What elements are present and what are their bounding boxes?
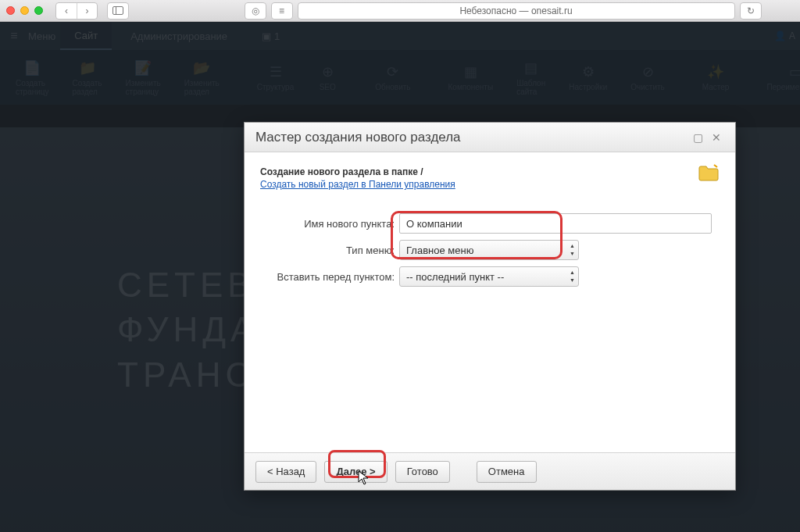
- traffic-lights: [6, 6, 43, 15]
- cancel-button[interactable]: Отмена: [477, 461, 537, 483]
- close-window-icon[interactable]: [6, 6, 15, 15]
- reader-icon[interactable]: ≡: [271, 2, 293, 20]
- minimize-window-icon[interactable]: [20, 6, 29, 15]
- control-panel-link[interactable]: Создать новый раздел в Панели управления: [260, 179, 455, 190]
- done-button[interactable]: Готово: [395, 461, 450, 483]
- row-menu-type: Тип меню: Главное меню ▲▼: [260, 240, 720, 260]
- select-insert-before[interactable]: -- последний пункт -- ▲▼: [399, 266, 579, 287]
- modal-titlebar: Мастер создания нового раздела ▢ ✕: [245, 123, 735, 152]
- close-icon[interactable]: ✕: [709, 130, 724, 145]
- row-item-name: Имя нового пункта:: [260, 213, 720, 234]
- label-menu-type: Тип меню:: [260, 245, 399, 256]
- row-insert-before: Вставить перед пунктом: -- последний пун…: [260, 266, 720, 287]
- back-button[interactable]: < Назад: [255, 461, 316, 483]
- wizard-modal: Мастер создания нового раздела ▢ ✕ Созда…: [244, 122, 736, 491]
- nav-back-forward: ‹ ›: [55, 2, 98, 20]
- label-item-name: Имя нового пункта:: [260, 218, 399, 230]
- address-text: Небезопасно — onesait.ru: [459, 5, 572, 16]
- input-item-name[interactable]: [399, 213, 712, 234]
- modal-title: Мастер создания нового раздела: [255, 130, 687, 145]
- chevron-updown-icon: ▲▼: [570, 242, 575, 258]
- fullscreen-window-icon[interactable]: [34, 6, 43, 15]
- modal-body: Создание нового раздела в папке / Создат…: [245, 152, 735, 452]
- address-group: ◎ ≡ Небезопасно — onesait.ru ↻: [212, 2, 794, 20]
- sidebar-icon[interactable]: [108, 3, 128, 19]
- privacy-icon[interactable]: ◎: [245, 2, 266, 20]
- maximize-icon[interactable]: ▢: [690, 130, 705, 145]
- sidebar-toggle[interactable]: [107, 2, 129, 20]
- breadcrumb: Создание нового раздела в папке / Создат…: [260, 166, 720, 190]
- wizard-form: Имя нового пункта: Тип меню: Главное мен…: [260, 213, 720, 287]
- back-button[interactable]: ‹: [56, 3, 77, 19]
- next-button[interactable]: Далее >: [324, 461, 387, 483]
- forward-button[interactable]: ›: [77, 3, 97, 19]
- address-bar[interactable]: Небезопасно — onesait.ru: [298, 2, 735, 20]
- browser-titlebar: ‹ › ◎ ≡ Небезопасно — onesait.ru ↻: [0, 0, 800, 22]
- folder-icon: [698, 163, 720, 182]
- modal-footer: < Назад Далее > Готово Отмена: [245, 452, 735, 490]
- label-insert-before: Вставить перед пунктом:: [260, 271, 399, 283]
- select-menu-type[interactable]: Главное меню ▲▼: [399, 240, 579, 260]
- svg-rect-0: [113, 7, 123, 15]
- chevron-updown-icon: ▲▼: [570, 269, 575, 284]
- reload-button[interactable]: ↻: [740, 2, 762, 20]
